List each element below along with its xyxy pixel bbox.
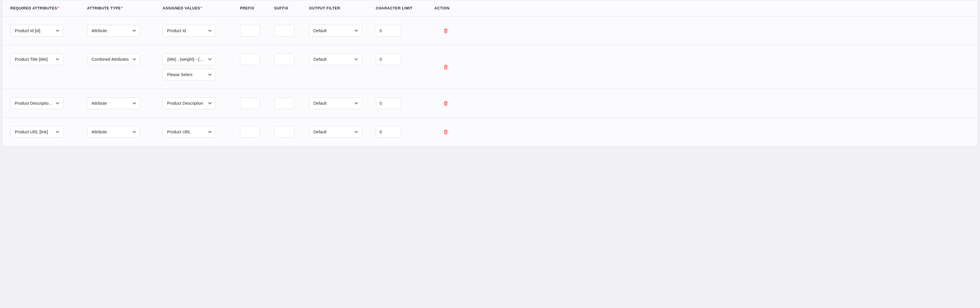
- output-filter-select[interactable]: Default: [309, 53, 362, 65]
- select-label: Product Title [title]: [15, 57, 48, 62]
- select-label: Product Description: [167, 101, 203, 106]
- col-attribute-type: ATTRIBUTE TYPE*: [87, 6, 163, 10]
- table-row: Product Description [description] Attrib…: [3, 89, 977, 118]
- cell-prefix: [240, 126, 274, 138]
- character-limit-input[interactable]: [376, 53, 401, 65]
- trash-icon: [443, 28, 449, 33]
- cell-action: [423, 99, 450, 107]
- col-label: ATTRIBUTE TYPE: [87, 6, 121, 10]
- table-row: Product Id [id] Attribute Product Id: [3, 16, 977, 45]
- suffix-input[interactable]: [274, 53, 294, 65]
- required-marker: *: [121, 6, 123, 10]
- character-limit-input[interactable]: [376, 25, 401, 37]
- table-header-row: REQUIRED ATTRIBUTES* ATTRIBUTE TYPE* ASS…: [3, 0, 977, 16]
- cell-character-limit: [376, 53, 423, 65]
- output-filter-select[interactable]: Default: [309, 25, 362, 37]
- trash-icon: [443, 64, 449, 70]
- select-label: Attribute: [92, 130, 107, 134]
- attribute-type-select[interactable]: Combined Attributes: [87, 53, 140, 65]
- chevron-down-icon: [55, 129, 60, 135]
- chevron-down-icon: [354, 57, 359, 62]
- character-limit-input[interactable]: [376, 97, 401, 109]
- col-label: REQUIRED ATTRIBUTES: [10, 6, 57, 10]
- col-required-attributes: REQUIRED ATTRIBUTES*: [10, 6, 87, 10]
- required-attribute-select[interactable]: Product Id [id]: [10, 25, 64, 37]
- trash-icon: [443, 100, 449, 106]
- delete-row-button[interactable]: [442, 128, 450, 136]
- chevron-down-icon: [207, 129, 213, 135]
- chevron-down-icon: [207, 101, 213, 106]
- col-assigned-values: ASSIGNED VALUES*: [163, 6, 240, 10]
- chevron-down-icon: [207, 72, 213, 77]
- suffix-input[interactable]: [274, 126, 294, 138]
- output-filter-select[interactable]: Default: [309, 97, 362, 109]
- assigned-value-select[interactable]: Product URL: [163, 126, 216, 138]
- required-attribute-select[interactable]: Product Description [description]: [10, 97, 64, 109]
- cell-suffix: [274, 126, 309, 138]
- col-prefix: PREFIX: [240, 6, 274, 10]
- assigned-value-select[interactable]: {title} , {weight} - {price}: [163, 53, 216, 65]
- cell-attribute-type: Attribute: [87, 126, 163, 138]
- table-row: Product URL [link] Attribute Product URL: [3, 118, 977, 146]
- attribute-type-select[interactable]: Attribute: [87, 97, 140, 109]
- chevron-down-icon: [354, 129, 359, 135]
- attribute-type-select[interactable]: Attribute: [87, 25, 140, 37]
- cell-suffix: [274, 97, 309, 109]
- chevron-down-icon: [132, 101, 137, 106]
- character-limit-input[interactable]: [376, 126, 401, 138]
- cell-action: [423, 27, 450, 35]
- select-label: Product Id [id]: [15, 28, 40, 33]
- select-label: Default: [313, 28, 326, 33]
- cell-required-attribute: Product Description [description]: [10, 97, 87, 109]
- prefix-input[interactable]: [240, 126, 260, 138]
- prefix-input[interactable]: [240, 53, 260, 65]
- cell-required-attribute: Product URL [link]: [10, 126, 87, 138]
- cell-attribute-type: Attribute: [87, 97, 163, 109]
- cell-output-filter: Default: [309, 53, 376, 65]
- table-row: Product Title [title] Combined Attribute…: [3, 45, 977, 89]
- cell-suffix: [274, 53, 309, 65]
- trash-icon: [443, 129, 449, 135]
- select-label: Attribute: [92, 28, 107, 33]
- col-label: ASSIGNED VALUES: [163, 6, 200, 10]
- chevron-down-icon: [132, 57, 137, 62]
- select-label: Default: [313, 101, 326, 106]
- col-suffix: SUFFIX: [274, 6, 309, 10]
- delete-row-button[interactable]: [442, 63, 450, 71]
- assigned-value-select[interactable]: Please Select: [163, 69, 216, 81]
- select-label: Product URL [link]: [15, 130, 48, 134]
- cell-action: [423, 128, 450, 136]
- attribute-type-select[interactable]: Attribute: [87, 126, 140, 138]
- assigned-value-select[interactable]: Product Description: [163, 97, 216, 109]
- assigned-value-select[interactable]: Product Id: [163, 25, 216, 37]
- select-label: Default: [313, 57, 326, 62]
- select-label: Product URL: [167, 130, 191, 134]
- suffix-input[interactable]: [274, 25, 294, 37]
- cell-attribute-type: Attribute: [87, 25, 163, 37]
- prefix-input[interactable]: [240, 25, 260, 37]
- chevron-down-icon: [55, 57, 60, 62]
- required-attribute-select[interactable]: Product Title [title]: [10, 53, 64, 65]
- cell-attribute-type: Combined Attributes: [87, 53, 163, 65]
- col-output-filter: OUTPUT FILTER: [309, 6, 376, 10]
- output-filter-select[interactable]: Default: [309, 126, 362, 138]
- attribute-mapping-table: REQUIRED ATTRIBUTES* ATTRIBUTE TYPE* ASS…: [2, 0, 978, 146]
- required-attribute-select[interactable]: Product URL [link]: [10, 126, 64, 138]
- prefix-input[interactable]: [240, 97, 260, 109]
- select-label: {title} , {weight} - {price}: [167, 57, 205, 62]
- cell-character-limit: [376, 97, 423, 109]
- cell-action: [423, 63, 450, 71]
- delete-row-button[interactable]: [442, 99, 450, 107]
- suffix-input[interactable]: [274, 97, 294, 109]
- chevron-down-icon: [55, 101, 60, 106]
- chevron-down-icon: [354, 28, 359, 33]
- cell-output-filter: Default: [309, 25, 376, 37]
- cell-assigned-values: {title} , {weight} - {price} Please Sele…: [163, 53, 240, 81]
- select-label: Product Description [description]: [15, 101, 53, 106]
- select-label: Attribute: [92, 101, 107, 106]
- cell-prefix: [240, 25, 274, 37]
- delete-row-button[interactable]: [442, 27, 450, 35]
- select-label: Default: [313, 130, 326, 134]
- chevron-down-icon: [207, 57, 213, 62]
- select-label: Product Id: [167, 28, 186, 33]
